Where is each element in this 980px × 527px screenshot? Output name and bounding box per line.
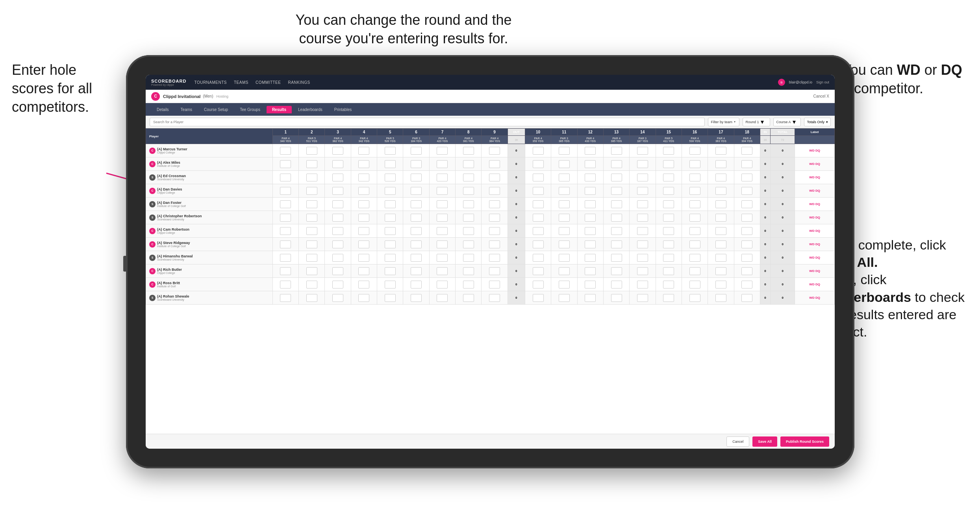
score-input[interactable] (663, 254, 674, 262)
score-input[interactable] (463, 294, 474, 302)
score-input[interactable] (663, 240, 674, 248)
score-input[interactable] (637, 147, 648, 155)
hole-13-input-row-6[interactable] (603, 224, 629, 238)
score-input[interactable] (385, 147, 396, 155)
score-input[interactable] (385, 227, 396, 235)
score-input[interactable] (385, 281, 396, 288)
score-input[interactable] (489, 147, 500, 155)
hole-15-input-row-3[interactable] (656, 184, 682, 198)
score-input[interactable] (437, 254, 448, 262)
hole-7-input-row-8[interactable] (429, 251, 455, 264)
hole-8-input-row-1[interactable] (456, 157, 482, 171)
course-select[interactable]: Course A ▾ (773, 118, 801, 126)
hole-17-input-row-4[interactable] (708, 198, 734, 211)
hole-9-input-row-6[interactable] (482, 224, 508, 238)
score-input[interactable] (489, 227, 500, 235)
hole-18-input-row-8[interactable] (734, 251, 760, 264)
hole-3-input-row-8[interactable] (325, 251, 351, 264)
score-input[interactable] (559, 267, 570, 275)
dq-button[interactable]: DQ (815, 189, 820, 192)
hole-11-input-row-7[interactable] (551, 238, 577, 251)
score-input[interactable] (585, 227, 596, 235)
hole-6-input-row-0[interactable] (403, 144, 429, 157)
hole-10-input-row-5[interactable] (525, 211, 551, 224)
score-input[interactable] (715, 254, 726, 262)
hole-17-input-row-3[interactable] (708, 184, 734, 198)
score-input[interactable] (611, 254, 622, 262)
wd-button[interactable]: WD (809, 149, 814, 152)
hole-8-input-row-0[interactable] (456, 144, 482, 157)
score-input[interactable] (585, 294, 596, 302)
hole-4-input-row-3[interactable] (351, 184, 377, 198)
hole-1-input-row-11[interactable] (272, 291, 298, 305)
hole-1-input-row-8[interactable] (272, 251, 298, 264)
score-input[interactable] (280, 147, 291, 155)
nav-committee[interactable]: COMMITTEE (256, 80, 281, 85)
hole-13-input-row-4[interactable] (603, 198, 629, 211)
score-input[interactable] (489, 240, 500, 248)
score-input[interactable] (489, 214, 500, 222)
hole-12-input-row-1[interactable] (577, 157, 603, 171)
score-input[interactable] (559, 227, 570, 235)
hole-4-input-row-8[interactable] (351, 251, 377, 264)
score-input[interactable] (358, 281, 369, 288)
score-input[interactable] (741, 174, 752, 181)
hole-13-input-row-3[interactable] (603, 184, 629, 198)
hole-6-input-row-2[interactable] (403, 171, 429, 184)
score-input[interactable] (611, 281, 622, 288)
dq-button[interactable]: DQ (815, 283, 820, 286)
score-input[interactable] (385, 267, 396, 275)
score-input[interactable] (358, 294, 369, 302)
hole-9-input-row-11[interactable] (482, 291, 508, 305)
hole-17-input-row-10[interactable] (708, 278, 734, 291)
score-input[interactable] (385, 160, 396, 168)
score-input[interactable] (358, 214, 369, 222)
sign-out[interactable]: Sign out (816, 80, 829, 84)
hole-13-input-row-0[interactable] (603, 144, 629, 157)
hole-6-input-row-1[interactable] (403, 157, 429, 171)
score-input[interactable] (306, 281, 317, 288)
hole-8-input-row-5[interactable] (456, 211, 482, 224)
hole-17-input-row-1[interactable] (708, 157, 734, 171)
score-input[interactable] (533, 227, 544, 235)
tab-course-setup[interactable]: Course Setup (198, 106, 233, 113)
tab-leaderboards[interactable]: Leaderboards (293, 106, 328, 113)
score-input[interactable] (332, 187, 343, 195)
score-input[interactable] (306, 267, 317, 275)
hole-18-input-row-10[interactable] (734, 278, 760, 291)
score-input[interactable] (715, 267, 726, 275)
hole-10-input-row-7[interactable] (525, 238, 551, 251)
score-input[interactable] (332, 214, 343, 222)
hole-15-input-row-0[interactable] (656, 144, 682, 157)
score-input[interactable] (463, 227, 474, 235)
score-input[interactable] (280, 227, 291, 235)
score-input[interactable] (437, 281, 448, 288)
hole-12-input-row-11[interactable] (577, 291, 603, 305)
score-input[interactable] (489, 294, 500, 302)
score-input[interactable] (715, 187, 726, 195)
hole-12-input-row-9[interactable] (577, 264, 603, 278)
score-input[interactable] (689, 160, 700, 168)
hole-3-input-row-0[interactable] (325, 144, 351, 157)
score-input[interactable] (463, 147, 474, 155)
score-input[interactable] (411, 187, 422, 195)
score-input[interactable] (663, 187, 674, 195)
hole-10-input-row-0[interactable] (525, 144, 551, 157)
hole-8-input-row-2[interactable] (456, 171, 482, 184)
score-input[interactable] (489, 187, 500, 195)
score-input[interactable] (437, 200, 448, 208)
score-input[interactable] (637, 227, 648, 235)
score-input[interactable] (306, 147, 317, 155)
score-input[interactable] (663, 267, 674, 275)
hole-5-input-row-6[interactable] (377, 224, 403, 238)
score-input[interactable] (463, 214, 474, 222)
score-input[interactable] (280, 200, 291, 208)
score-input[interactable] (689, 294, 700, 302)
hole-18-input-row-2[interactable] (734, 171, 760, 184)
hole-7-input-row-4[interactable] (429, 198, 455, 211)
hole-10-input-row-3[interactable] (525, 184, 551, 198)
score-input[interactable] (280, 254, 291, 262)
score-input[interactable] (585, 174, 596, 181)
score-input[interactable] (385, 187, 396, 195)
hole-6-input-row-5[interactable] (403, 211, 429, 224)
